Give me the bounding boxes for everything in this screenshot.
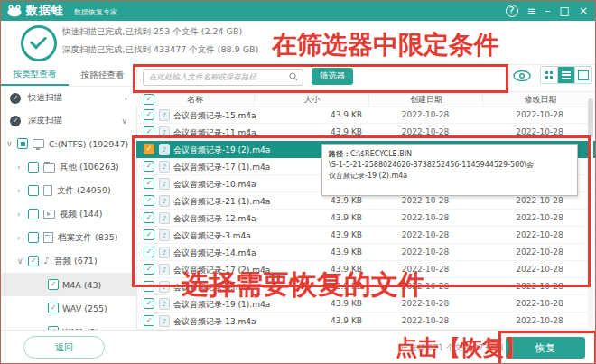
row-checkbox[interactable] bbox=[144, 178, 154, 189]
file-size: 43.9 KB bbox=[254, 127, 362, 136]
modified-date: 2022-10-28 bbox=[482, 247, 596, 257]
chevron-right-icon[interactable]: › bbox=[124, 94, 127, 103]
file-name: 会议音频记录-11.m4a bbox=[173, 127, 256, 139]
sidebar-item-quick-scan[interactable]: ✓ 快速扫描 › bbox=[1, 87, 136, 109]
tree-checkbox[interactable] bbox=[48, 279, 59, 290]
table-row[interactable]: ♪会议音频记录-11.m4a43.9 KB2022-10-282022-10-2… bbox=[136, 124, 596, 141]
tree-item[interactable]: ›视频 (144) bbox=[1, 202, 136, 226]
scrollbar-thumb[interactable] bbox=[588, 98, 593, 138]
tab-by-type[interactable]: 按类型查看 bbox=[1, 64, 69, 86]
file-size: 43.9 KB bbox=[254, 213, 362, 222]
app-name: 数据蛙 bbox=[26, 3, 64, 19]
column-header-created[interactable]: 创建日期 bbox=[368, 94, 483, 107]
frog-logo-icon bbox=[7, 5, 22, 17]
deep-scan-status: 深度扫描已完成,已找到 433477 个文件 (88.9 GB) bbox=[62, 44, 258, 56]
tree-item[interactable]: ›文件 (24959) bbox=[1, 179, 136, 202]
row-checkbox[interactable] bbox=[144, 264, 154, 275]
help-icon[interactable]: ? bbox=[506, 5, 518, 17]
table-row[interactable]: ♪会议音频记录-3.m4a43.9 KB2022-10-282022-10-28 bbox=[136, 227, 596, 244]
grid-view-icon[interactable] bbox=[541, 67, 557, 83]
chevron-right-icon[interactable]: › bbox=[17, 186, 28, 195]
column-view-icon[interactable] bbox=[574, 67, 591, 83]
table-row[interactable]: ♪会议音频记录-13.m4a43.9 KB2022-10-282022-10-2… bbox=[136, 313, 596, 330]
column-header-size[interactable]: 大小 bbox=[254, 94, 369, 107]
sidebar-item-deep-scan[interactable]: ✓ 深度扫描 ∨ bbox=[1, 109, 136, 132]
preview-eye-icon[interactable] bbox=[512, 70, 532, 82]
tree-checkbox[interactable] bbox=[28, 209, 39, 219]
row-checkbox[interactable] bbox=[144, 144, 154, 154]
search-input[interactable]: 在此处输入文件名称或保存路径 bbox=[143, 69, 303, 86]
menu-icon[interactable]: ≡ bbox=[527, 5, 536, 16]
file-name: 会议音频记录-14.m4a bbox=[173, 247, 256, 259]
filter-button[interactable]: 筛选器 bbox=[312, 68, 353, 85]
tree-checkbox[interactable] bbox=[48, 303, 59, 313]
modified-date: 2022-10-28 bbox=[482, 265, 596, 274]
audio-file-icon: ♪ bbox=[159, 161, 170, 173]
doc-icon bbox=[43, 185, 52, 196]
title-bar: 数据蛙 数据恢复专家 ? ≡ – □ × bbox=[1, 1, 596, 21]
data-recovery-window: 数据蛙 数据恢复专家 ? ≡ – □ × 快速扫描已完成,已找到 253 个文件… bbox=[0, 0, 596, 364]
table-row[interactable]: ♪会议音频记录-14.m4a43.9 KB2022-10-282022-10-2… bbox=[136, 244, 596, 261]
search-placeholder: 在此处输入文件名称或保存路径 bbox=[149, 72, 256, 83]
tab-by-path[interactable]: 按路径查看 bbox=[69, 64, 136, 86]
folder-icon bbox=[43, 163, 55, 173]
back-button[interactable]: 返回 bbox=[23, 336, 105, 359]
row-checkbox[interactable] bbox=[144, 212, 154, 223]
modified-date: 2022-10-28 bbox=[482, 127, 596, 136]
tree-item[interactable]: ›档案文件 (835) bbox=[1, 226, 136, 249]
row-checkbox[interactable] bbox=[144, 229, 154, 240]
created-date: 2022-10-28 bbox=[368, 213, 482, 222]
close-icon[interactable]: × bbox=[579, 5, 588, 16]
chevron-down-icon[interactable]: ∨ bbox=[121, 117, 127, 126]
vertical-scrollbar[interactable] bbox=[588, 98, 593, 328]
tree-item[interactable]: WAV (255) bbox=[1, 296, 136, 320]
file-name: 会议音频记录-13.m4a bbox=[173, 316, 256, 328]
sidebar: 按类型查看 按路径查看 ✓ 快速扫描 › ✓ 深度扫描 ∨ ∨C:(NTFS) … bbox=[1, 64, 137, 330]
maximize-icon[interactable]: □ bbox=[560, 5, 570, 16]
created-date: 2022-10-28 bbox=[368, 316, 482, 325]
chevron-right-icon[interactable]: › bbox=[17, 210, 28, 219]
audio-file-icon: ♪ bbox=[159, 298, 170, 310]
tree-item[interactable]: ∨♪音频 (671) bbox=[1, 249, 136, 273]
tree-checkbox[interactable] bbox=[28, 256, 39, 266]
row-checkbox[interactable] bbox=[144, 281, 154, 292]
tree-checkbox[interactable] bbox=[28, 162, 39, 173]
column-header-name[interactable]: 名称 bbox=[136, 94, 254, 106]
tree-checkbox[interactable] bbox=[28, 232, 39, 243]
minimize-icon[interactable]: – bbox=[545, 5, 551, 16]
audio-file-icon: ♪ bbox=[159, 144, 170, 155]
tree-item-label: WAV (255) bbox=[62, 303, 107, 313]
row-checkbox[interactable] bbox=[144, 161, 154, 172]
chevron-right-icon[interactable]: › bbox=[17, 163, 28, 172]
tree-item-label: 视频 (144) bbox=[60, 209, 103, 220]
check-circle-icon: ✓ bbox=[10, 93, 21, 104]
tree-item[interactable]: ∨C:(NTFS) (192947) bbox=[1, 132, 136, 155]
audio-file-icon: ♪ bbox=[159, 178, 170, 190]
sidebar-tabs: 按类型查看 按路径查看 bbox=[1, 64, 136, 87]
table-row[interactable]: ♪会议音频记录-12.m4a43.9 KB2022-10-282022-10-2… bbox=[136, 210, 596, 227]
tree-checkbox[interactable] bbox=[28, 185, 39, 196]
tree-item[interactable]: ›其他 (106263) bbox=[1, 155, 136, 179]
row-checkbox[interactable] bbox=[144, 195, 154, 206]
tree-item[interactable]: M4A (43) bbox=[1, 273, 136, 296]
created-date: 2022-10-28 bbox=[368, 110, 482, 119]
row-checkbox[interactable] bbox=[144, 109, 154, 120]
tree-checkbox[interactable] bbox=[17, 138, 28, 149]
row-checkbox[interactable] bbox=[144, 126, 154, 137]
file-type-tree: ∨C:(NTFS) (192947)›其他 (106263)›文件 (24959… bbox=[1, 132, 136, 343]
row-checkbox[interactable] bbox=[144, 298, 154, 309]
chevron-down-icon[interactable]: ∨ bbox=[6, 139, 17, 148]
list-view-icon[interactable] bbox=[557, 67, 574, 83]
app-logo: 数据蛙 数据恢复专家 bbox=[1, 3, 117, 19]
row-checkbox[interactable] bbox=[144, 315, 154, 326]
tree-item-label: 其他 (106263) bbox=[60, 162, 119, 173]
row-checkbox[interactable] bbox=[144, 247, 154, 257]
chevron-down-icon[interactable]: ∨ bbox=[17, 257, 28, 266]
table-row[interactable]: ♪会议音频记录-15.m4a43.9 KB2022-10-282022-10-2… bbox=[136, 107, 596, 124]
column-header-modified[interactable]: 修改日期 bbox=[482, 94, 596, 107]
file-path-tooltip: 路径：C:\$RECYCLE.BIN \S-1-5-21-2588024626-… bbox=[321, 144, 578, 196]
audio-file-icon: ♪ bbox=[159, 195, 170, 207]
chevron-right-icon[interactable]: › bbox=[17, 233, 28, 242]
modified-date: 2022-10-28 bbox=[482, 213, 596, 222]
file-name: 会议音频记录-15.m4a bbox=[173, 110, 256, 122]
